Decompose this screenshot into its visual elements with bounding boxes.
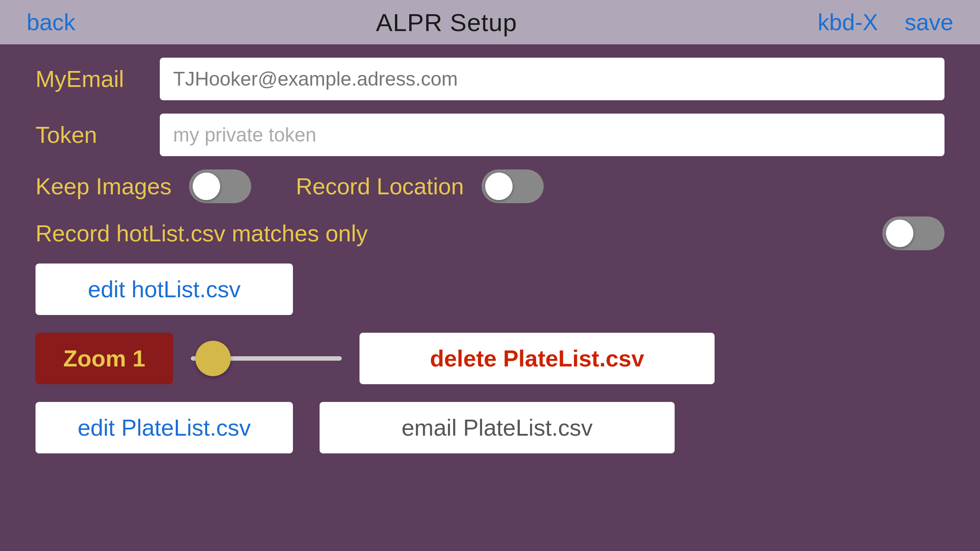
- record-location-knob: [485, 173, 513, 200]
- edit-platelist-button[interactable]: edit PlateList.csv: [36, 402, 293, 453]
- myemail-row: MyEmail: [36, 58, 944, 100]
- page-title: ALPR Setup: [376, 8, 517, 37]
- kbd-x-button[interactable]: kbd-X: [818, 9, 878, 35]
- record-location-label: Record Location: [296, 173, 464, 200]
- token-row: Token: [36, 114, 944, 156]
- edit-hotlist-button[interactable]: edit hotList.csv: [36, 264, 293, 315]
- delete-platelist-button[interactable]: delete PlateList.csv: [360, 333, 715, 384]
- keep-images-label: Keep Images: [36, 173, 171, 200]
- hotlist-row: Record hotList.csv matches only: [36, 216, 944, 250]
- back-button[interactable]: back: [27, 9, 75, 35]
- top-bar-actions: kbd-X save: [818, 9, 953, 35]
- top-bar: back ALPR Setup kbd-X save: [0, 0, 980, 44]
- zoom-slider[interactable]: [191, 343, 342, 374]
- keep-images-group: Keep Images: [36, 169, 251, 203]
- record-hotlist-label: Record hotList.csv matches only: [36, 220, 368, 247]
- myemail-label: MyEmail: [36, 66, 160, 92]
- keep-images-toggle[interactable]: [189, 169, 251, 203]
- record-location-toggle[interactable]: [482, 169, 544, 203]
- record-location-group: Record Location: [296, 169, 544, 203]
- record-hotlist-knob: [886, 220, 913, 247]
- slider-knob[interactable]: [195, 341, 231, 376]
- email-platelist-button[interactable]: email PlateList.csv: [320, 402, 675, 453]
- token-input[interactable]: [160, 114, 944, 156]
- record-hotlist-toggle[interactable]: [882, 216, 944, 250]
- bottom-row: edit PlateList.csv email PlateList.csv: [36, 402, 944, 453]
- myemail-input[interactable]: [160, 58, 944, 100]
- zoom-button[interactable]: Zoom 1: [36, 333, 173, 384]
- zoom-row: Zoom 1 delete PlateList.csv: [36, 333, 944, 384]
- toggles-row: Keep Images Record Location: [36, 169, 944, 203]
- keep-images-knob: [193, 173, 220, 200]
- token-label: Token: [36, 122, 160, 148]
- main-content: MyEmail Token Keep Images Record Locatio…: [0, 44, 980, 551]
- save-button[interactable]: save: [905, 9, 953, 35]
